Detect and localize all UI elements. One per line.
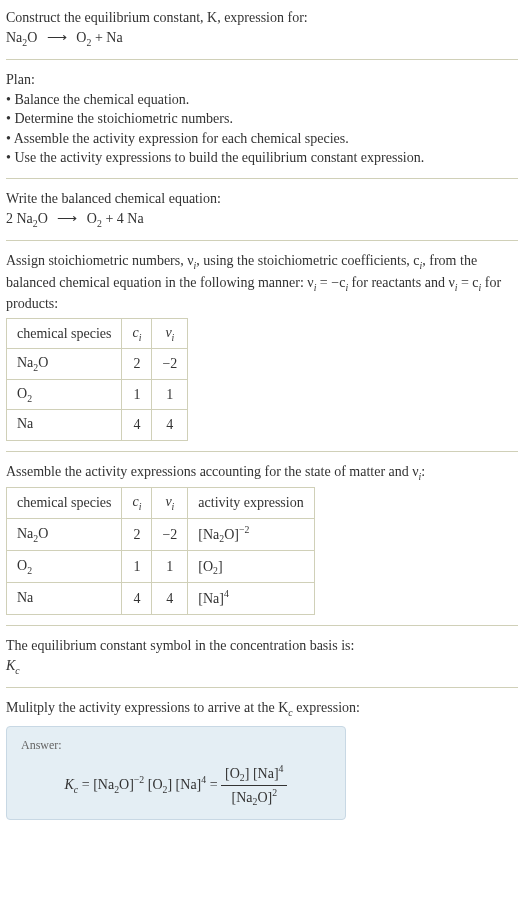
- n1b: ] [Na]: [245, 765, 279, 780]
- sp: Na: [17, 590, 33, 605]
- final-title: Mulitply the activity expressions to arr…: [6, 698, 518, 720]
- divider: [6, 451, 518, 452]
- answer-expression: Kc = [Na2O]−2 [O2] [Na]4 = [O2] [Na]4 [N…: [21, 762, 331, 809]
- et3sup: 4: [201, 774, 206, 785]
- activity-table: chemical species ci νi activity expressi…: [6, 487, 315, 615]
- et2: [O: [148, 776, 163, 791]
- a3: [Na]: [198, 591, 224, 606]
- answer-box: Answer: Kc = [Na2O]−2 [O2] [Na]4 = [O2] …: [6, 726, 346, 820]
- numerator: [O2] [Na]4: [221, 762, 287, 786]
- ci-sub: i: [139, 501, 142, 512]
- cell-c: 4: [122, 410, 152, 441]
- table-row: O2 1 1 [O2]: [7, 550, 315, 582]
- intro-line: Construct the equilibrium constant, K, e…: [6, 8, 518, 28]
- ek: K: [65, 776, 74, 791]
- sp2: O: [38, 355, 48, 370]
- plan-item: • Determine the stoichiometric numbers.: [6, 109, 518, 129]
- et3: [Na]: [176, 776, 202, 791]
- cell-v: 1: [152, 379, 188, 410]
- cell-species: Na: [7, 410, 122, 441]
- col-vi: νi: [152, 318, 188, 349]
- st-t4: = −c: [316, 275, 345, 290]
- plan-title: Plan:: [6, 70, 518, 90]
- table-row: Na 4 4: [7, 410, 188, 441]
- cell-v: 1: [152, 550, 188, 582]
- cell-c: 1: [122, 550, 152, 582]
- o: O: [27, 30, 37, 45]
- sp: O: [17, 558, 27, 573]
- a1sup: −2: [239, 524, 249, 535]
- st-t6: = c: [457, 275, 478, 290]
- kc-sub: c: [15, 665, 19, 676]
- a2: [O: [198, 559, 213, 574]
- a1b: O]: [224, 526, 239, 541]
- ft1: Mulitply the activity expressions to arr…: [6, 700, 288, 715]
- b-na: 4 Na: [117, 211, 144, 226]
- na: Na: [6, 30, 22, 45]
- fraction: [O2] [Na]4 [Na2O]2: [221, 762, 287, 809]
- lhs: Na2O: [6, 30, 41, 45]
- cell-v: 4: [152, 410, 188, 441]
- cell-activity: [O2]: [188, 550, 314, 582]
- divider: [6, 687, 518, 688]
- cell-c: 2: [122, 518, 152, 550]
- ci-sub: i: [139, 332, 142, 343]
- b-lhs: 2 Na: [6, 211, 33, 226]
- table-header-row: chemical species ci νi: [7, 318, 188, 349]
- cell-v: 4: [152, 583, 188, 615]
- table-row: O2 1 1: [7, 379, 188, 410]
- st-t5: for reactants and ν: [348, 275, 455, 290]
- et2b: ]: [167, 776, 172, 791]
- a1: [Na: [198, 526, 219, 541]
- sp: Na: [17, 416, 33, 431]
- b-o2: O: [87, 211, 97, 226]
- cell-species: O2: [7, 379, 122, 410]
- st-t1: Assign stoichiometric numbers, ν: [6, 253, 194, 268]
- et1: [Na: [93, 776, 114, 791]
- divider: [6, 625, 518, 626]
- plan-item: • Assemble the activity expression for e…: [6, 129, 518, 149]
- col-species: chemical species: [7, 318, 122, 349]
- d1b: O]: [257, 789, 272, 804]
- sp: O: [17, 386, 27, 401]
- cell-c: 1: [122, 379, 152, 410]
- col-ci: ci: [122, 318, 152, 349]
- plan-item: • Use the activity expressions to build …: [6, 148, 518, 168]
- d1: [Na: [231, 789, 252, 804]
- cell-species: Na2O: [7, 349, 122, 380]
- arrow-icon: ⟶: [51, 209, 83, 229]
- cell-c: 2: [122, 349, 152, 380]
- cell-activity: [Na]4: [188, 583, 314, 615]
- cell-v: −2: [152, 518, 188, 550]
- cell-species: Na2O: [7, 518, 122, 550]
- intro-text: Construct the equilibrium constant, K, e…: [6, 10, 308, 25]
- balanced-title: Write the balanced chemical equation:: [6, 189, 518, 209]
- answer-label: Answer:: [21, 737, 331, 754]
- sp: Na: [17, 526, 33, 541]
- intro-equation: Na2O ⟶ O2 + Na: [6, 28, 518, 50]
- d1sup: 2: [272, 787, 277, 798]
- symbol-line1: The equilibrium constant symbol in the c…: [6, 636, 518, 656]
- symbol-line2: Kc: [6, 656, 518, 678]
- act-t2: :: [421, 464, 425, 479]
- a3sup: 4: [224, 588, 229, 599]
- et1b: O]: [119, 776, 134, 791]
- st-t2: , using the stoichiometric coefficients,…: [196, 253, 419, 268]
- cell-species: Na: [7, 583, 122, 615]
- kc: K: [6, 658, 15, 673]
- divider: [6, 178, 518, 179]
- sp-sub: 2: [27, 393, 32, 404]
- a2b: ]: [218, 559, 223, 574]
- stoich-table: chemical species ci νi Na2O 2 −2 O2 1 1 …: [6, 318, 188, 441]
- rhs: O2 + Na: [76, 30, 122, 45]
- table-header-row: chemical species ci νi activity expressi…: [7, 488, 315, 519]
- eks: c: [74, 783, 78, 794]
- vi-sub: i: [172, 501, 175, 512]
- divider: [6, 59, 518, 60]
- cell-c: 4: [122, 583, 152, 615]
- col-ci: ci: [122, 488, 152, 519]
- stoich-intro: Assign stoichiometric numbers, νi, using…: [6, 251, 518, 314]
- o2: O: [76, 30, 86, 45]
- n1: [O: [225, 765, 240, 780]
- activity-title: Assemble the activity expressions accoun…: [6, 462, 518, 484]
